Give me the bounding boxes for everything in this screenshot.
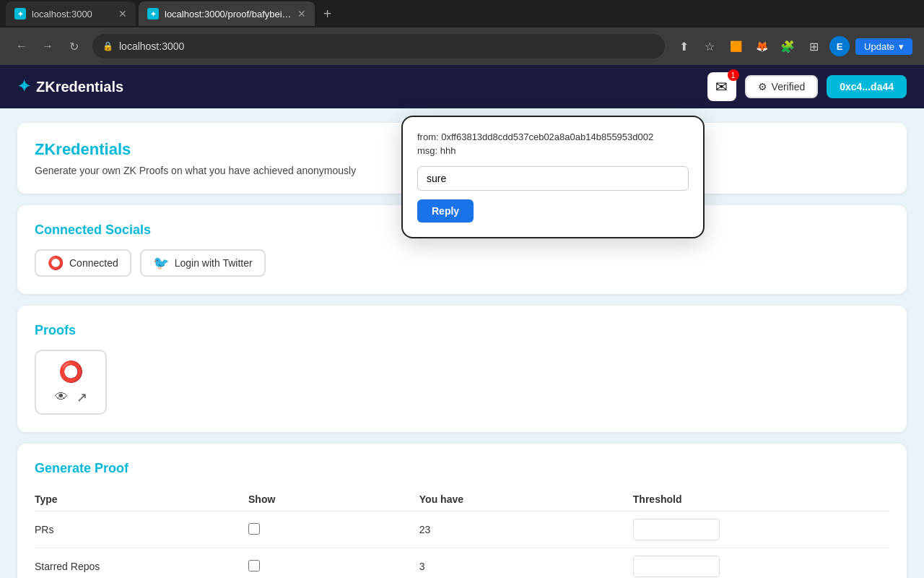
- tab2-favicon: ✦: [147, 8, 159, 20]
- message-popup: from: 0xff63813dd8cdd537ceb02a8a0ab14b85…: [401, 116, 705, 238]
- popup-msg: msg: hhh: [417, 145, 689, 156]
- tab2-label: localhost:3000/proof/bafybei…: [165, 9, 292, 20]
- popup-reply-input[interactable]: [417, 166, 689, 191]
- browser-chrome: ✦ localhost:3000 ✕ ✦ localhost:3000/proo…: [0, 0, 924, 65]
- tab1-label: localhost:3000: [32, 9, 92, 20]
- toolbar-right: ⬆ ☆ 🟧 🦊 🧩 ⊞ E Update ▾: [674, 36, 912, 56]
- lock-icon: 🔒: [103, 41, 113, 51]
- grid-icon[interactable]: ⊞: [803, 36, 824, 56]
- chevron-down-icon: ▾: [899, 41, 904, 52]
- url-text: localhost:3000: [119, 40, 184, 52]
- ext-icon-2[interactable]: 🦊: [751, 36, 772, 56]
- popup-overlay: from: 0xff63813dd8cdd537ceb02a8a0ab14b85…: [0, 65, 924, 578]
- tab1-favicon: ✦: [14, 8, 26, 20]
- tab-1[interactable]: ✦ localhost:3000 ✕: [6, 1, 136, 26]
- address-bar: ← → ↻ 🔒 localhost:3000 ⬆ ☆ 🟧 🦊 🧩 ⊞ E Upd…: [0, 27, 924, 65]
- new-tab-button[interactable]: +: [318, 6, 338, 22]
- star-icon[interactable]: ☆: [699, 36, 720, 56]
- url-box[interactable]: 🔒 localhost:3000: [92, 34, 665, 59]
- update-button[interactable]: Update ▾: [855, 38, 912, 55]
- tab2-close[interactable]: ✕: [297, 8, 306, 20]
- tab-2[interactable]: ✦ localhost:3000/proof/bafybei… ✕: [139, 1, 315, 26]
- popup-from: from: 0xff63813dd8cdd537ceb02a8a0ab14b85…: [417, 131, 689, 142]
- tab1-close[interactable]: ✕: [118, 8, 127, 20]
- forward-button[interactable]: →: [38, 36, 58, 56]
- popup-reply-button[interactable]: Reply: [417, 199, 474, 223]
- share-icon[interactable]: ⬆: [674, 36, 694, 56]
- tab-bar: ✦ localhost:3000 ✕ ✦ localhost:3000/proo…: [0, 0, 924, 27]
- nav-buttons: ← → ↻: [12, 36, 84, 56]
- page: ✦ ZKredentials ✉ 1 ⚙ Verified 0xc4...da4…: [0, 65, 924, 578]
- refresh-button[interactable]: ↻: [64, 36, 84, 56]
- puzzle-icon[interactable]: 🧩: [777, 36, 798, 56]
- back-button[interactable]: ←: [12, 36, 32, 56]
- ext-icon-1[interactable]: 🟧: [725, 36, 746, 56]
- profile-avatar[interactable]: E: [829, 36, 850, 56]
